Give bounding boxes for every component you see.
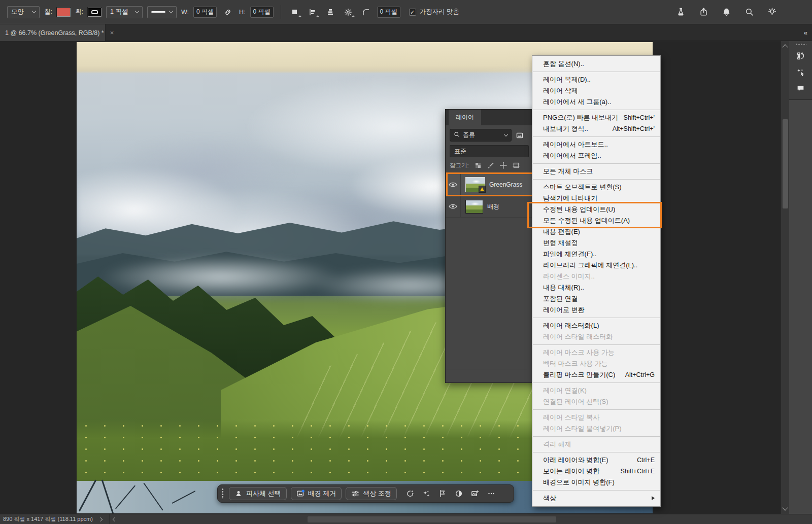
menu-item[interactable]: 내용 편집(E) [532,226,660,237]
taskbar-button[interactable]: 피사체 선택 [229,487,287,500]
layer-filter-select[interactable]: 종류 [450,129,512,142]
canvas-pasteboard[interactable]: 피사체 선택배경 제거색상 조정 [0,41,781,514]
menu-item-label: 포함된 연결 [543,294,655,303]
menu-item[interactable]: 레이어로 변환 [532,304,660,316]
menu-item[interactable]: 레이어에서 프레임.. [532,150,660,161]
corner-radius-field[interactable]: 0 픽셀 [377,7,400,18]
pixel-layer-filter-icon[interactable] [515,130,525,141]
scroll-down-icon[interactable] [782,505,788,510]
menu-item[interactable]: PNG으(로) 빠른 내보내기Shift+Ctrl+' [532,112,660,123]
menu-item[interactable]: 아래 레이어와 병합(E)Ctrl+E [532,455,660,466]
menu-item[interactable]: 레이어 삭제 [532,85,660,96]
menu-item[interactable]: 내보내기 형식..Alt+Shift+Ctrl+' [532,123,660,134]
generative-icon[interactable] [403,487,417,500]
horizontal-scrollbar[interactable] [109,514,812,524]
menu-item[interactable]: 레이어 래스터화(L) [532,320,660,331]
layer-thumbnail[interactable] [466,178,485,192]
enhance-icon[interactable] [419,487,433,500]
menu-item[interactable]: 수정된 내용 업데이트(U) [532,204,660,215]
paint-lock-icon[interactable] [487,161,495,169]
more-icon[interactable] [484,487,498,500]
status-expand-icon[interactable] [98,517,103,521]
menu-item-label: 수정된 내용 업데이트(U) [543,205,655,214]
scroll-up-icon[interactable] [782,44,788,50]
comments-icon[interactable] [793,81,808,95]
menu-item[interactable]: 모든 개체 마스크 [532,166,660,177]
link-icon[interactable] [221,6,234,19]
align-edges-group[interactable]: ✓ 가장자리 맞춤 [409,8,459,16]
move-lock-icon[interactable] [499,161,507,169]
add-image-icon[interactable] [468,487,482,500]
shape-settings-gear-icon[interactable] [342,6,355,19]
close-icon[interactable]: × [110,29,114,37]
width-field[interactable]: 0 픽셀 [193,7,217,18]
artboard-lock-icon[interactable] [512,161,520,169]
share-icon[interactable] [697,6,710,19]
menu-item[interactable]: 모든 수정된 내용 업데이트(A) [532,215,660,226]
ai-tools-icon[interactable] [793,65,808,79]
transform-icon[interactable] [435,487,450,500]
menu-item[interactable]: 파일에 재연결(F).. [532,249,660,260]
menu-separator [533,409,660,410]
taskbar-drag-handle-icon[interactable] [221,488,225,499]
menu-item[interactable]: 색상 [532,493,660,504]
path-arrangement-icon[interactable] [324,6,337,19]
search-icon[interactable] [742,6,756,19]
layer-visibility-eye-icon[interactable] [446,196,461,217]
contrast-icon[interactable] [452,487,466,500]
beaker-icon[interactable] [674,6,687,19]
scroll-left-icon[interactable] [113,517,117,521]
menu-item-label: 레이어로 변환 [543,305,655,315]
align-edges-checkbox[interactable]: ✓ [409,9,416,16]
menu-item-shortcut: Shift+Ctrl+E [621,468,655,475]
stroke-style-preview [151,11,165,13]
tool-mode-select[interactable]: 모양 [7,6,40,18]
menu-item-shortcut: Ctrl+E [637,457,655,464]
path-operations-icon[interactable] [288,6,301,19]
menu-item[interactable]: 보이는 레이어 병합Shift+Ctrl+E [532,466,660,477]
vertical-scrollbar-thumb[interactable] [783,119,788,208]
document-dimensions: 890 픽셀 x 1417 픽셀 (118.11 ppcm) [0,515,93,523]
remove-background-icon [296,490,304,498]
menu-item[interactable]: 레이어 복제(D).. [532,74,660,85]
photo-twig [79,479,97,511]
layer-visibility-eye-icon[interactable] [446,174,461,195]
chevron-down-icon [135,9,139,13]
menu-item[interactable]: 혼합 옵션(N).. [532,58,660,69]
menu-item[interactable]: 배경으로 이미지 병합(F) [532,477,660,488]
menu-item[interactable]: 라이브러리 그래픽에 재연결(L).. [532,260,660,271]
document-tab[interactable]: 1 @ 66.7% (GreenGrass, RGB/8) * × [0,24,106,41]
document-tab-title: 1 @ 66.7% (GreenGrass, RGB/8) * [5,29,104,37]
layer-thumbnail[interactable] [466,200,483,213]
taskbar-button[interactable]: 배경 제거 [291,487,342,500]
rail-drag-handle-icon[interactable] [795,43,806,46]
tab-layers[interactable]: 레이어 [449,110,481,125]
lightbulb-icon[interactable] [765,6,779,19]
menu-separator [533,179,660,180]
menu-item[interactable]: 클리핑 마스크 만들기(C)Alt+Ctrl+G [532,369,660,380]
stroke-width-select[interactable]: 1 픽셀 [106,6,143,18]
menu-item[interactable]: 변형 재설정 [532,237,660,249]
vertical-scrollbar[interactable] [781,41,789,514]
menu-item[interactable]: 레이어에서 새 그룹(a).. [532,96,660,108]
transparency-lock-icon[interactable] [474,161,482,169]
bell-icon[interactable] [720,6,733,19]
height-field[interactable]: 0 픽셀 [250,7,274,18]
status-bar: 890 픽셀 x 1417 픽셀 (118.11 ppcm) [0,514,812,524]
fill-swatch[interactable] [57,8,71,17]
horizontal-scrollbar-thumb[interactable] [308,516,556,522]
taskbar-button[interactable]: 색상 조정 [346,487,397,500]
path-alignment-icon[interactable] [306,6,319,19]
stroke-style-select[interactable] [147,6,177,18]
menu-item[interactable]: 레이어에서 아트보드.. [532,139,660,150]
history-icon[interactable] [793,49,808,63]
stroke-swatch[interactable] [88,8,101,17]
menu-item[interactable]: 탐색기에 나타내기 [532,193,660,204]
collapse-panels-icon[interactable]: « [804,29,807,37]
blend-mode-select[interactable]: 표준 [450,145,529,157]
menu-item-label: 모든 수정된 내용 업데이트(A) [543,216,655,225]
menu-item[interactable]: 포함된 연결 [532,293,660,304]
menu-item[interactable]: 내용 대체(R).. [532,282,660,293]
stroke-label: 획: [75,8,83,16]
menu-item[interactable]: 스마트 오브젝트로 변환(S) [532,182,660,193]
